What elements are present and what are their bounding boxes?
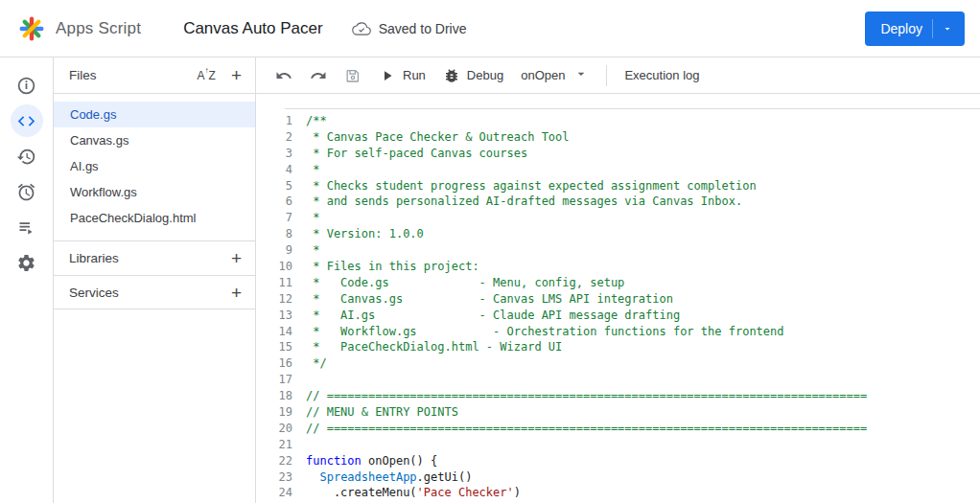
panel-section-row[interactable]: Libraries + bbox=[54, 240, 255, 275]
code-line[interactable]: 22function onOpen() { bbox=[256, 453, 980, 469]
files-panel-title: Files bbox=[69, 68, 97, 82]
file-item-label: Code.gs bbox=[70, 107, 116, 122]
add-button[interactable]: + bbox=[229, 247, 244, 269]
toolbar-divider bbox=[606, 65, 607, 86]
add-icon: + bbox=[231, 284, 242, 302]
line-number: 22 bbox=[256, 453, 292, 469]
undo-button[interactable] bbox=[268, 62, 300, 89]
function-selector[interactable]: onOpen bbox=[513, 62, 596, 89]
code-line[interactable]: 2 * Canvas Pace Checker & Outreach Tool bbox=[256, 129, 980, 146]
debug-button[interactable]: Debug bbox=[435, 62, 511, 89]
file-item-label: PaceCheckDialog.html bbox=[70, 211, 197, 225]
debug-label: Debug bbox=[467, 68, 503, 82]
redo-icon bbox=[310, 67, 327, 84]
files-panel-header: Files A↑Z + bbox=[54, 57, 255, 94]
sidebar-item-overview[interactable] bbox=[11, 69, 43, 102]
sidebar-item-project-history[interactable] bbox=[11, 140, 43, 172]
line-number: 17 bbox=[256, 372, 292, 388]
code-line[interactable]: 24 .createMenu('Pace Checker') bbox=[256, 485, 980, 501]
code-line[interactable]: 8 * Version: 1.0.0 bbox=[256, 226, 980, 242]
deploy-label: Deploy bbox=[880, 21, 922, 36]
app-name[interactable]: Apps Script bbox=[56, 19, 141, 38]
code-line[interactable]: 6 * and sends personalized AI-drafted me… bbox=[256, 194, 980, 210]
line-number: 24 bbox=[256, 485, 292, 501]
save-status: Saved to Drive bbox=[352, 19, 467, 38]
header: Apps Script Canvas Auto Pacer Saved to D… bbox=[0, 0, 980, 57]
line-number: 6 bbox=[256, 194, 292, 210]
code-line[interactable]: 23 SpreadsheetApp.getUi() bbox=[256, 469, 980, 486]
code-line[interactable]: 12 * Canvas.gs - Canvas LMS API integrat… bbox=[256, 291, 980, 308]
line-number: 12 bbox=[256, 291, 292, 308]
add-file-button[interactable]: + bbox=[229, 64, 244, 86]
editor-pane: Run Debug onOpen Execution log bbox=[256, 57, 980, 503]
code-line[interactable]: 9 * bbox=[256, 242, 980, 259]
add-icon: + bbox=[231, 249, 242, 267]
line-number: 19 bbox=[256, 404, 292, 421]
code-lines: 1/**2 * Canvas Pace Checker & Outreach T… bbox=[256, 113, 980, 501]
project-title[interactable]: Canvas Auto Pacer bbox=[183, 19, 323, 38]
redo-button[interactable] bbox=[302, 62, 335, 89]
left-rail bbox=[0, 57, 54, 503]
code-line[interactable]: 10 * Files in this project: bbox=[256, 259, 980, 275]
run-label: Run bbox=[403, 68, 426, 82]
code-line[interactable]: 1/** bbox=[256, 113, 980, 129]
add-button[interactable]: + bbox=[229, 282, 244, 304]
code-line[interactable]: 13 * AI.gs - Claude API message drafting bbox=[256, 308, 980, 324]
file-item[interactable]: Code.gs bbox=[54, 102, 255, 127]
deploy-button[interactable]: Deploy bbox=[865, 11, 965, 46]
line-number: 11 bbox=[256, 275, 292, 291]
line-number: 15 bbox=[256, 339, 292, 355]
main: Files A↑Z + Code.gs Canvas.gs AI.gs Work… bbox=[0, 57, 980, 503]
panel-section-label: Libraries bbox=[69, 251, 119, 265]
execution-log-button[interactable]: Execution log bbox=[617, 62, 707, 89]
line-number: 16 bbox=[256, 355, 292, 372]
sidebar-item-executions[interactable] bbox=[11, 211, 43, 243]
executions-icon bbox=[16, 217, 36, 238]
code-line[interactable]: 15 * PaceCheckDialog.html - Wizard UI bbox=[256, 339, 980, 355]
code-editor[interactable]: 1/**2 * Canvas Pace Checker & Outreach T… bbox=[256, 94, 980, 503]
file-item[interactable]: PaceCheckDialog.html bbox=[54, 205, 255, 231]
line-number: 3 bbox=[256, 146, 292, 162]
sidebar-item-editor[interactable] bbox=[11, 104, 43, 137]
code-line[interactable]: 19// MENU & ENTRY POINTS bbox=[256, 404, 980, 421]
line-number: 20 bbox=[256, 421, 292, 437]
save-project-button[interactable] bbox=[337, 62, 369, 89]
line-number: 10 bbox=[256, 259, 292, 275]
sort-files-button[interactable]: A↑Z bbox=[196, 67, 218, 84]
code-line[interactable]: 4 * bbox=[256, 162, 980, 178]
file-item-label: Canvas.gs bbox=[70, 133, 128, 148]
add-icon: + bbox=[231, 66, 242, 84]
code-line[interactable]: 17 bbox=[256, 372, 980, 388]
save-icon bbox=[344, 67, 362, 84]
code-line[interactable]: 14 * Workflow.gs - Orchestration functio… bbox=[256, 324, 980, 340]
code-line[interactable]: 7 * bbox=[256, 210, 980, 226]
code-line[interactable]: 16 */ bbox=[256, 355, 980, 372]
panel-section-label: Services bbox=[69, 286, 119, 300]
line-number: 21 bbox=[256, 437, 292, 453]
sidebar-item-settings[interactable] bbox=[11, 246, 43, 279]
code-line[interactable]: 21 bbox=[256, 437, 980, 453]
code-line[interactable]: 20// ===================================… bbox=[256, 421, 980, 437]
panel-section-row[interactable]: Services + bbox=[54, 275, 255, 309]
apps-script-logo-icon bbox=[17, 14, 46, 43]
file-item[interactable]: AI.gs bbox=[54, 153, 255, 179]
file-item[interactable]: Canvas.gs bbox=[54, 127, 255, 153]
info-icon bbox=[16, 76, 36, 96]
file-item[interactable]: Workflow.gs bbox=[54, 179, 255, 205]
file-item-label: Workflow.gs bbox=[70, 185, 137, 199]
code-line[interactable]: 11 * Code.gs - Menu, config, setup bbox=[256, 275, 980, 291]
line-number: 7 bbox=[256, 210, 292, 226]
line-number: 5 bbox=[256, 178, 292, 194]
code-icon bbox=[16, 111, 36, 131]
code-line[interactable]: 18// ===================================… bbox=[256, 388, 980, 404]
run-button[interactable]: Run bbox=[371, 62, 433, 89]
code-line[interactable]: 5 * Checks student progress against expe… bbox=[256, 178, 980, 194]
deploy-caret-icon[interactable] bbox=[932, 19, 953, 38]
line-number: 18 bbox=[256, 388, 292, 404]
sidebar-item-triggers[interactable] bbox=[11, 175, 43, 208]
run-play-icon bbox=[379, 67, 396, 84]
code-line[interactable]: 3 * For self-paced Canvas courses bbox=[256, 146, 980, 162]
history-icon bbox=[16, 147, 36, 167]
sort-az-icon: A↑Z bbox=[198, 69, 216, 82]
line-number: 4 bbox=[256, 162, 292, 178]
